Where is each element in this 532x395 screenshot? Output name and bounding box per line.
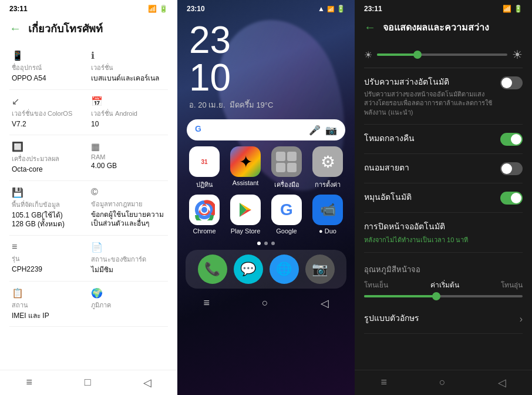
search-bar[interactable]: G 🎤 📷 bbox=[187, 119, 345, 140]
panel3-menu-nav[interactable]: ≡ bbox=[381, 376, 387, 389]
cpu-label: เครื่องประมวลผล bbox=[12, 153, 86, 164]
app-settings[interactable]: ⚙ การตั้งค่า bbox=[310, 146, 345, 190]
app-grid-row1: 31 ปฏิทิน ✦ Assistant เครื่องมือ ⚙ ก bbox=[177, 146, 355, 190]
ram-item[interactable]: ▦ RAM 4.00 GB bbox=[89, 135, 168, 181]
clock-minute: 10 bbox=[189, 56, 231, 99]
brightness-slider[interactable] bbox=[377, 53, 507, 56]
android-label: เวอร์ชั่น Android bbox=[91, 108, 166, 119]
auto-off-name: การปิดหน้าจออัตโนมัติ bbox=[364, 220, 523, 233]
auto-brightness-toggle[interactable] bbox=[500, 76, 523, 89]
auto-brightness-text: ปรับความสว่างอัตโนมัติ ปรับความสว่างของห… bbox=[364, 75, 494, 117]
auto-brightness-name: ปรับความสว่างอัตโนมัติ bbox=[364, 75, 494, 88]
imei-item[interactable]: 📋 สถาน IMEI และ IP bbox=[9, 282, 89, 327]
night-mode-toggle[interactable] bbox=[500, 133, 523, 146]
eye-care-toggle[interactable] bbox=[500, 162, 523, 175]
device-name-item[interactable]: 📱 ชื่ออุปกรณ์ OPPO A54 bbox=[9, 44, 89, 90]
night-mode-text: โหมดกลางคืน bbox=[364, 132, 494, 146]
panel2-status-icons: ▲ 📶 🔋 bbox=[318, 5, 345, 13]
region-item[interactable]: 🌍 ภูมิภาค bbox=[89, 282, 168, 327]
coloros-item[interactable]: ↙ เวอร์ชั่นของ ColorOS V7.2 bbox=[9, 90, 89, 136]
back-button[interactable]: ← bbox=[9, 22, 21, 35]
camera-dock-icon: 📷 bbox=[305, 255, 335, 284]
google-logo: G bbox=[195, 124, 207, 136]
back-nav-button[interactable]: ◁ bbox=[143, 376, 151, 389]
color-temp-thumb bbox=[432, 292, 440, 300]
dock-camera[interactable]: 📷 bbox=[305, 255, 335, 284]
model-item[interactable]: ≡ รุ่น CPH2239 bbox=[9, 236, 89, 282]
version-value: เบสแบนด์และเคอร์เนล bbox=[91, 74, 166, 83]
panel3-back-nav[interactable]: ◁ bbox=[498, 376, 506, 389]
panel2-menu-nav[interactable]: ≡ bbox=[203, 297, 210, 310]
sim-value: ไม่มีซิม bbox=[91, 266, 166, 275]
panel3-nav: ≡ ○ ◁ bbox=[355, 370, 532, 395]
dock-phone[interactable]: 📞 bbox=[197, 255, 227, 284]
ram-value: 4.00 GB bbox=[91, 162, 166, 171]
legal-item[interactable]: © ข้อมูลทางกฎหมาย ข้อกตผู้ใช้นโยบายความเ… bbox=[89, 181, 168, 236]
app-playstore[interactable]: Play Store bbox=[228, 195, 263, 235]
version-item[interactable]: ℹ เวอร์ชั่น เบสแบนด์และเคอร์เนล bbox=[89, 44, 168, 90]
home-nav-button[interactable]: □ bbox=[85, 376, 91, 389]
menu-nav-button[interactable]: ≡ bbox=[26, 376, 32, 389]
brightness-control[interactable]: ☀ ☀ bbox=[364, 42, 523, 68]
night-mode-setting: โหมดกลางคืน bbox=[364, 125, 523, 154]
auto-rotate-name: หมุนอัตโนมัติ bbox=[364, 190, 494, 203]
storage-item[interactable]: 💾 พื้นที่จัดเก็บข้อมูล 105.1 GB(ใช้ได้) … bbox=[9, 181, 89, 236]
sim-status-item[interactable]: 📄 สถานะของซิมการ์ด ไม่มีซิม bbox=[89, 236, 168, 282]
tools-icon bbox=[271, 146, 302, 177]
page-title: เกี่ยวกับโทรศัพท์ bbox=[28, 20, 103, 37]
clock-display: 23 10 bbox=[189, 21, 343, 96]
app-google[interactable]: G Google bbox=[269, 195, 304, 235]
panel3-back-button[interactable]: ← bbox=[364, 21, 376, 34]
dock-messages[interactable]: 💬 bbox=[233, 255, 263, 284]
app-chrome[interactable]: Chrome bbox=[187, 195, 222, 235]
cool-option: โทนเย็น bbox=[364, 279, 388, 290]
storage-value: 105.1 GB(ใช้ได้) 128 GB (ทั้งหมด) bbox=[12, 211, 86, 229]
app-dock: 📞 💬 🌐 📷 bbox=[186, 250, 346, 289]
panel2-home-nav[interactable]: ○ bbox=[262, 297, 268, 310]
panel3-page-title: จอแสดงผลและความสว่าง bbox=[383, 20, 489, 35]
about-phone-panel: 23:11 📶 🔋 ← เกี่ยวกับโทรศัพท์ 📱 ชื่ออุปก… bbox=[0, 0, 177, 395]
cpu-value: Octa-core bbox=[12, 165, 86, 175]
sim-label: สถานะของซิมการ์ด bbox=[91, 254, 166, 265]
dot-1 bbox=[257, 242, 261, 245]
app-calendar[interactable]: 31 ปฏิทิน bbox=[187, 146, 222, 190]
panel3-time: 23:11 bbox=[364, 5, 382, 13]
app-tools[interactable]: เครื่องมือ bbox=[269, 146, 304, 190]
device-name-value: OPPO A54 bbox=[12, 74, 86, 83]
auto-off-text: การปิดหน้าจออัตโนมัติ หลังจากไม่ได้ทำงาน… bbox=[364, 220, 523, 245]
panel2-nav: ≡ ○ ◁ bbox=[177, 292, 355, 314]
dot-3 bbox=[271, 242, 275, 245]
color-temp-slider[interactable] bbox=[364, 295, 523, 297]
font-style-setting[interactable]: รูปแบบตัวอักษร › bbox=[364, 304, 523, 334]
dock-browser[interactable]: 🌐 bbox=[269, 255, 299, 284]
panel1-header: ← เกี่ยวกับโทรศัพท์ bbox=[0, 15, 177, 44]
display-settings-panel: 23:11 📶 🔋 ← จอแสดงผลและความสว่าง ☀ ☀ ปรั… bbox=[355, 0, 532, 395]
android-version-item[interactable]: 📅 เวอร์ชั่น Android 10 bbox=[89, 90, 168, 136]
home-screen-panel: 23:10 ▲ 📶 🔋 23 10 อ. 20 เม.ย. มีดครึ้ม 1… bbox=[177, 0, 355, 395]
cpu-item[interactable]: 🔲 เครื่องประมวลผล Octa-core bbox=[9, 135, 89, 181]
mic-icon[interactable]: 🎤 bbox=[309, 125, 321, 136]
chrome-icon bbox=[189, 195, 220, 225]
version-icon: ℹ bbox=[91, 50, 166, 61]
legal-value: ข้อกตผู้ใช้นโยบายความเป็นส่วนตัวและอื่นๆ bbox=[91, 210, 166, 229]
lens-icon[interactable]: 📷 bbox=[325, 125, 337, 136]
legal-label: ข้อมูลทางกฎหมาย bbox=[91, 199, 166, 209]
device-name-label: ชื่ออุปกรณ์ bbox=[12, 62, 86, 73]
panel2-time: 23:10 bbox=[187, 5, 205, 13]
duo-icon: 📹 bbox=[312, 195, 343, 225]
ram-icon: ▦ bbox=[91, 141, 166, 152]
region-label: ภูมิภาค bbox=[91, 300, 166, 310]
assistant-label: Assistant bbox=[233, 179, 259, 186]
imei-label: สถาน bbox=[12, 300, 86, 310]
panel2-back-nav[interactable]: ◁ bbox=[321, 297, 329, 310]
model-value: CPH2239 bbox=[12, 265, 86, 275]
app-assistant[interactable]: ✦ Assistant bbox=[228, 146, 263, 190]
app-duo[interactable]: 📹 ● Duo bbox=[310, 195, 345, 235]
rotate-toggle-thumb bbox=[511, 193, 521, 203]
panel1-nav: ≡ □ ◁ bbox=[0, 370, 177, 395]
panel3-home-nav[interactable]: ○ bbox=[439, 376, 446, 389]
panel3-header: ← จอแสดงผลและความสว่าง bbox=[355, 15, 532, 42]
auto-rotate-toggle[interactable] bbox=[500, 192, 523, 205]
ram-label: RAM bbox=[91, 153, 166, 160]
storage-label: พื้นที่จัดเก็บข้อมูล bbox=[12, 199, 86, 210]
